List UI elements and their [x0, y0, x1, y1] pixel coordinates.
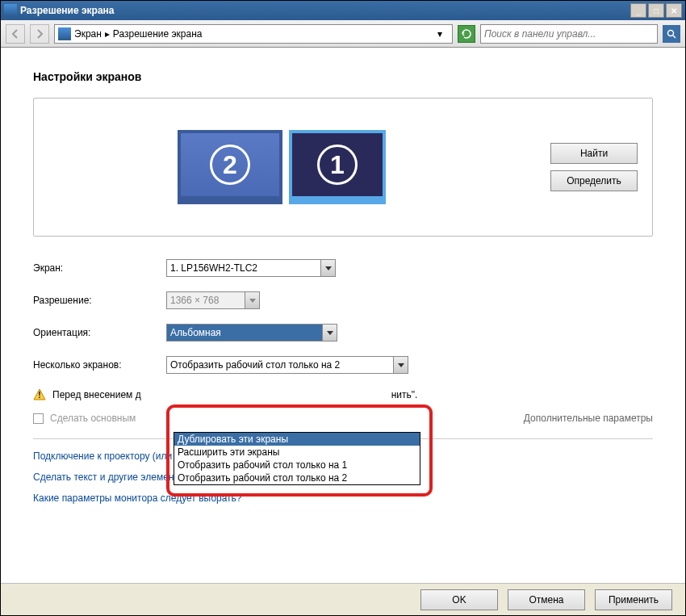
- chevron-down-icon: [320, 260, 335, 276]
- close-button[interactable]: ✕: [666, 3, 682, 18]
- monitor-params-link[interactable]: Какие параметры монитора следует выбрать…: [33, 492, 653, 504]
- display-icon: [58, 27, 71, 40]
- dropdown-option-extend[interactable]: Расширить эти экраны: [174, 446, 420, 459]
- address-bar[interactable]: Экран ▸ Разрешение экрана ▾: [54, 24, 453, 44]
- chevron-down-icon[interactable]: ▾: [437, 28, 449, 40]
- display-label: Экран:: [33, 262, 166, 274]
- chevron-down-icon: [245, 292, 259, 308]
- primary-display-checkbox: [33, 413, 44, 424]
- back-button[interactable]: [6, 24, 25, 44]
- ok-button[interactable]: OK: [420, 589, 498, 610]
- breadcrumb-item[interactable]: Разрешение экрана: [113, 28, 203, 40]
- orientation-value: Альбомная: [170, 327, 221, 338]
- multi-display-value: Отобразить рабочий стол только на 2: [170, 359, 340, 371]
- page-title: Настройки экранов: [33, 70, 653, 83]
- monitor-number: 1: [317, 145, 358, 185]
- breadcrumb-sep: ▸: [105, 28, 110, 40]
- monitor-preview-1[interactable]: 1: [289, 130, 386, 204]
- cancel-button[interactable]: Отмена: [508, 589, 585, 610]
- svg-point-0: [668, 30, 674, 36]
- window-title: Разрешение экрана: [20, 5, 630, 16]
- find-button[interactable]: Найти: [550, 143, 638, 164]
- toolbar: Экран ▸ Разрешение экрана ▾: [1, 20, 685, 48]
- minimize-button[interactable]: _: [630, 3, 646, 18]
- resolution-value: 1366 × 768: [170, 295, 219, 306]
- search-input[interactable]: [484, 28, 654, 40]
- chevron-down-icon: [393, 357, 408, 373]
- monitor-preview-2[interactable]: 2: [178, 130, 282, 204]
- search-box[interactable]: [480, 24, 658, 44]
- dropdown-option-duplicate[interactable]: Дублировать эти экраны: [174, 433, 420, 446]
- app-icon: [4, 4, 17, 17]
- titlebar: Разрешение экрана _ □ ✕: [1, 1, 685, 20]
- maximize-button[interactable]: □: [648, 3, 664, 18]
- orientation-label: Ориентация:: [33, 327, 166, 338]
- monitor-number: 2: [210, 145, 250, 185]
- display-value: 1. LP156WH2-TLC2: [170, 262, 257, 274]
- multi-display-dropdown[interactable]: Дублировать эти экраны Расширить эти экр…: [174, 432, 420, 485]
- multi-display-select[interactable]: Отобразить рабочий стол только на 2: [166, 356, 408, 374]
- chevron-down-icon: [322, 325, 337, 341]
- warning-icon: !: [33, 388, 46, 401]
- dropdown-option-only-1[interactable]: Отобразить рабочий стол только на 1: [174, 459, 420, 471]
- identify-button[interactable]: Определить: [550, 170, 638, 191]
- forward-button[interactable]: [30, 24, 49, 44]
- resolution-select: 1366 × 768: [166, 291, 260, 309]
- dialog-footer: OK Отмена Применить: [1, 583, 685, 615]
- search-button[interactable]: [663, 25, 680, 43]
- resolution-label: Разрешение:: [33, 295, 166, 306]
- orientation-select[interactable]: Альбомная: [166, 324, 337, 342]
- apply-button[interactable]: Применить: [595, 589, 672, 610]
- dropdown-option-only-2[interactable]: Отобразить рабочий стол только на 2: [174, 471, 420, 484]
- monitor-preview-panel: 2 1 Найти Определить: [33, 98, 653, 237]
- refresh-button[interactable]: [458, 25, 475, 43]
- svg-text:!: !: [38, 391, 40, 400]
- warning-text: Перед внесением днить".: [52, 389, 417, 400]
- advanced-settings-link[interactable]: Дополнительные параметры: [524, 413, 653, 424]
- primary-display-label: Сделать основным: [50, 413, 136, 424]
- display-select[interactable]: 1. LP156WH2-TLC2: [166, 259, 336, 277]
- breadcrumb-item[interactable]: Экран: [74, 28, 102, 40]
- multi-display-label: Несколько экранов:: [33, 359, 166, 371]
